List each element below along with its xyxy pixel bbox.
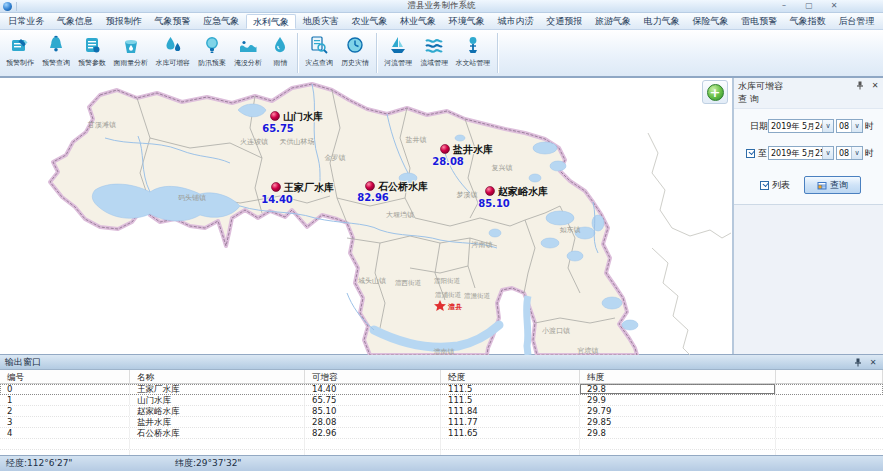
areal-rainfall-analysis-button[interactable]: 面雨量分析 bbox=[110, 31, 152, 75]
flood-plan-button[interactable]: 防汛预案 bbox=[194, 31, 230, 75]
toolbar-separator bbox=[297, 33, 298, 73]
col-header-capacity[interactable]: 可增容 bbox=[305, 370, 441, 383]
date-to-select[interactable]: 2019年 5月25日 ∨ bbox=[768, 146, 834, 160]
tab-weather-index[interactable]: 气象指数 bbox=[784, 14, 833, 29]
tab-hydrology-weather[interactable]: 水利气象 bbox=[246, 14, 297, 29]
to-date-checkbox[interactable] bbox=[746, 149, 755, 158]
chevron-down-icon: ∨ bbox=[851, 120, 862, 132]
toolbar-separator bbox=[376, 33, 377, 73]
list-label: 列表 bbox=[772, 179, 790, 192]
tab-forecast-making[interactable]: 预报制作 bbox=[99, 14, 148, 29]
table-row[interactable]: 3 盐井水库 28.08 111.77 29.85 bbox=[0, 417, 883, 428]
raindrop-icon bbox=[268, 33, 292, 57]
hydro-station-icon bbox=[461, 33, 485, 57]
tab-weather-warning[interactable]: 气象预警 bbox=[148, 14, 197, 29]
svg-text:涔南镇: 涔南镇 bbox=[472, 241, 493, 249]
ribbon-toolbar: 预警制作 预警查询 预警参数 面雨量分析 水库可增容 防汛预案 bbox=[0, 30, 883, 78]
map-canvas[interactable]: 甘溪滩镇 码头铺镇 火连坡镇 天供山林场 金罗镇 盐井镇 复兴镇 梦溪镇 大堰垱… bbox=[0, 78, 734, 354]
col-header-latitude[interactable]: 纬度 bbox=[580, 370, 776, 383]
svg-text:65.75: 65.75 bbox=[262, 123, 294, 134]
svg-text:城头山镇: 城头山镇 bbox=[357, 277, 386, 285]
table-row[interactable]: 0 王家厂水库 14.40 111.5 29.8 bbox=[0, 384, 883, 395]
output-close-icon[interactable]: ✕ bbox=[868, 357, 878, 367]
status-longitude: 经度:112°6'27" bbox=[0, 457, 175, 470]
tab-backstage-admin[interactable]: 后台管理 bbox=[832, 14, 881, 29]
rain-condition-button[interactable]: 雨情 bbox=[266, 31, 294, 75]
neighbor-boundary-lines bbox=[648, 133, 731, 355]
table-empty-row bbox=[0, 450, 883, 455]
close-button[interactable]: ✕ bbox=[825, 1, 843, 12]
list-checkbox[interactable] bbox=[760, 181, 769, 190]
status-latitude: 纬度:29°37'32" bbox=[175, 457, 242, 470]
svg-text:天供山林场: 天供山林场 bbox=[280, 138, 315, 146]
panel-section-title: 查 询 bbox=[734, 93, 883, 108]
svg-text:澧浦街道: 澧浦街道 bbox=[435, 291, 462, 299]
river-management-button[interactable]: 河流管理 bbox=[380, 31, 416, 75]
tab-urban-waterlogging[interactable]: 城市内涝 bbox=[491, 14, 540, 29]
hour-from-select[interactable]: 08 ∨ bbox=[836, 119, 863, 133]
hour-unit-label: 时 bbox=[865, 120, 874, 133]
warning-params-button[interactable]: 预警参数 bbox=[74, 31, 110, 75]
col-header-name[interactable]: 名称 bbox=[130, 370, 305, 383]
minimize-button[interactable]: – bbox=[775, 1, 793, 12]
menu-bar: 日常业务 气象信息 预报制作 气象预警 应急气象 水利气象 地质灾害 农业气象 … bbox=[0, 13, 883, 30]
svg-text:澧西街道: 澧西街道 bbox=[395, 279, 422, 287]
col-header-id[interactable]: 编号 bbox=[0, 370, 130, 383]
tab-forestry-weather[interactable]: 林业气象 bbox=[394, 14, 443, 29]
svg-text:澧县: 澧县 bbox=[447, 303, 462, 311]
reservoir-capacity-button[interactable]: 水库可增容 bbox=[152, 31, 194, 75]
date-label: 日期 bbox=[750, 120, 768, 133]
tab-lightning-warning[interactable]: 雷电预警 bbox=[735, 14, 784, 29]
tab-daily-business[interactable]: 日常业务 bbox=[2, 14, 51, 29]
map-add-button[interactable]: + bbox=[702, 80, 728, 104]
inundation-analysis-button[interactable]: 淹没分析 bbox=[230, 31, 266, 75]
tab-traffic-forecast[interactable]: 交通预报 bbox=[540, 14, 589, 29]
tab-power-weather[interactable]: 电力气象 bbox=[637, 14, 686, 29]
basin-management-button[interactable]: 流域管理 bbox=[416, 31, 452, 75]
tab-agriculture-weather[interactable]: 农业气象 bbox=[345, 14, 394, 29]
output-window-title: 输出窗口 bbox=[5, 356, 41, 369]
table-row[interactable]: 2 赵家峪水库 85.10 111.84 29.79 bbox=[0, 406, 883, 417]
to-label: 至 bbox=[758, 147, 768, 160]
chevron-down-icon: ∨ bbox=[822, 120, 833, 132]
table-row[interactable]: 4 石公桥水库 82.96 111.65 29.8 bbox=[0, 428, 883, 439]
flood-wave-icon bbox=[236, 33, 260, 57]
tab-geologic-disaster[interactable]: 地质灾害 bbox=[296, 14, 345, 29]
col-header-longitude[interactable]: 经度 bbox=[441, 370, 580, 383]
svg-text:82.96: 82.96 bbox=[357, 192, 389, 203]
svg-text:火连坡镇: 火连坡镇 bbox=[240, 138, 268, 146]
svg-text:85.10: 85.10 bbox=[478, 198, 510, 209]
svg-text:14.40: 14.40 bbox=[261, 194, 293, 205]
pin-icon[interactable] bbox=[855, 80, 865, 90]
maximize-button[interactable]: ▢ bbox=[800, 1, 818, 12]
warning-params-icon bbox=[80, 33, 104, 57]
query-button-icon bbox=[817, 180, 827, 190]
svg-text:复兴镇: 复兴镇 bbox=[492, 164, 513, 172]
history-disaster-button[interactable]: 历史灾情 bbox=[337, 31, 373, 75]
svg-text:石公桥水库: 石公桥水库 bbox=[377, 181, 428, 192]
output-table[interactable]: 编号 名称 可增容 经度 纬度 0 王家厂水库 14.40 111.5 29.8… bbox=[0, 370, 883, 455]
svg-text:官垸镇: 官垸镇 bbox=[578, 347, 599, 355]
disaster-point-query-button[interactable]: 灾点查询 bbox=[301, 31, 337, 75]
pin-icon[interactable] bbox=[853, 357, 863, 367]
tab-weather-info[interactable]: 气象信息 bbox=[51, 14, 100, 29]
warning-query-button[interactable]: 预警查询 bbox=[38, 31, 74, 75]
panel-empty-area bbox=[734, 205, 883, 354]
tab-emergency-weather[interactable]: 应急气象 bbox=[197, 14, 246, 29]
hour-to-select[interactable]: 08 ∨ bbox=[836, 146, 863, 160]
hydrostation-management-button[interactable]: 水文站管理 bbox=[452, 31, 494, 75]
panel-close-icon[interactable]: ✕ bbox=[870, 80, 880, 90]
query-button[interactable]: 查询 bbox=[804, 176, 861, 194]
tab-environment-weather[interactable]: 环境气象 bbox=[442, 14, 491, 29]
tab-insurance-weather[interactable]: 保险气象 bbox=[686, 14, 735, 29]
svg-text:大堰垱镇: 大堰垱镇 bbox=[386, 211, 414, 219]
county-map[interactable]: 甘溪滩镇 码头铺镇 火连坡镇 天供山林场 金罗镇 盐井镇 复兴镇 梦溪镇 大堰垱… bbox=[0, 78, 732, 355]
svg-text:山门水库: 山门水库 bbox=[283, 111, 323, 122]
tab-tourism-weather[interactable]: 旅游气象 bbox=[589, 14, 638, 29]
sailboat-icon bbox=[386, 33, 410, 57]
date-from-select[interactable]: 2019年 5月24日 ∨ bbox=[768, 119, 834, 133]
table-empty-row bbox=[0, 439, 883, 450]
window-title: 澧县业务制作系统 bbox=[0, 0, 883, 12]
warning-make-button[interactable]: 预警制作 bbox=[2, 31, 38, 75]
table-row[interactable]: 1 山门水库 65.75 111.5 29.9 bbox=[0, 395, 883, 406]
